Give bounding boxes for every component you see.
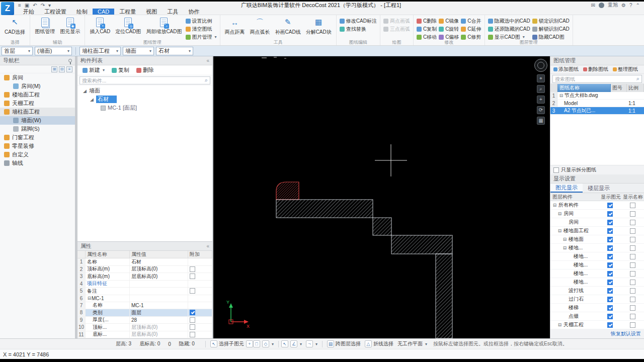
display-row[interactable]: 楼梯	[550, 304, 644, 312]
property-row-selected[interactable]: 8类别面层	[77, 309, 212, 317]
locate-cad-button[interactable]: ◎ 定位CAD图	[114, 16, 142, 39]
three-point-arc-button[interactable]: 三点画弧	[383, 26, 410, 32]
tree-node-mc1[interactable]: MC-1 [面层]	[77, 104, 212, 112]
type-dropdown[interactable]: 墙面▾	[123, 47, 154, 55]
display-row[interactable]: ⊟天棚工程	[550, 321, 644, 329]
property-row[interactable]: 4项目特征	[77, 281, 212, 288]
collapse-group-icon[interactable]: ⊟	[557, 211, 562, 216]
show-name-checkbox[interactable]	[630, 280, 635, 285]
show-element-checkbox[interactable]	[607, 220, 613, 225]
pan-icon[interactable]: +	[537, 96, 545, 104]
tree-expander-icon[interactable]: ◢	[83, 88, 87, 94]
show-name-checkbox[interactable]	[630, 237, 635, 242]
collapse-group-icon[interactable]: ⊟	[557, 322, 562, 327]
osnap-toggle-button[interactable]: ◇▾	[260, 340, 276, 348]
property-row[interactable]: 5备注	[77, 288, 212, 295]
nav-item-door-window-works[interactable]: 门窗工程	[0, 133, 75, 142]
new-component-button[interactable]: 新建 ▾	[79, 66, 108, 74]
tab-tools[interactable]: 工具	[162, 9, 183, 15]
show-name-checkbox[interactable]	[630, 271, 635, 277]
floor-dropdown[interactable]: 首层▾	[2, 47, 33, 55]
redraw-cad-line-button[interactable]: ✎ 补画CAD线	[274, 16, 302, 39]
display-row[interactable]: 楼地...	[550, 252, 644, 261]
lock-recognized-cad-button[interactable]: 锁定识别CAD	[532, 18, 570, 24]
show-element-checkbox[interactable]	[607, 322, 613, 328]
sheet-row[interactable]: 2 Model 1:1	[550, 100, 644, 107]
save-icon[interactable]: ▣	[25, 3, 29, 8]
nav-item-misc-decoration[interactable]: 零星装修	[0, 142, 75, 150]
collapse-group-icon[interactable]: ⊟	[87, 296, 92, 301]
message-icon[interactable]: ✉	[591, 3, 595, 8]
workplane-dropdown[interactable]: 无工作平面 ▾	[395, 340, 429, 348]
nav-item-floor-works[interactable]: 楼地面工程	[0, 90, 75, 99]
zoom-extents-icon[interactable]: ⌖	[537, 74, 545, 82]
collapse-group-icon[interactable]: ⊟	[562, 245, 567, 250]
display-row[interactable]: ⊟楼地...	[550, 244, 644, 252]
tree-node-stone[interactable]: ◢ 石材	[77, 95, 212, 104]
find-replace-button[interactable]: 查找替换	[340, 26, 377, 32]
attach-checkbox[interactable]	[190, 317, 195, 323]
split-sheet-filter[interactable]: 只显示拆分图纸	[550, 165, 644, 174]
property-row[interactable]: 1名称石材	[77, 258, 212, 266]
display-row[interactable]: 过门石	[550, 295, 644, 304]
tab-collaborate[interactable]: 协作	[183, 9, 204, 15]
nav-item-room[interactable]: 房间(M)	[0, 82, 75, 90]
sheet-row-selected[interactable]: 3 A2 节点b(已... 1:1	[550, 107, 644, 115]
show-element-checkbox[interactable]	[607, 314, 613, 319]
help-icon[interactable]: ?	[629, 3, 632, 8]
nav-item-custom[interactable]: 自定义	[0, 150, 75, 159]
tab-floor-display[interactable]: 楼层显示	[583, 184, 615, 193]
app-logo[interactable]: Z	[1, 2, 14, 15]
tab-start[interactable]: 开始	[18, 9, 39, 15]
collapse-all-icon[interactable]: ⊟	[59, 66, 65, 72]
tree-expander-icon[interactable]: ◢	[90, 97, 94, 102]
show-element-checkbox[interactable]	[607, 228, 613, 234]
hide-selected-cad-button[interactable]: 隐藏选中的CAD	[488, 18, 530, 24]
display-row[interactable]: ⊟楼地面	[550, 235, 644, 244]
show-element-checkbox[interactable]	[607, 211, 613, 217]
show-name-checkbox[interactable]	[630, 220, 635, 225]
unlock-recognized-cad-button[interactable]: 解锁识别CAD	[532, 26, 570, 32]
property-row[interactable]: 2顶标高(m)层顶标高(0)	[77, 266, 212, 274]
show-element-checkbox[interactable]	[607, 237, 613, 242]
show-name-checkbox[interactable]	[630, 288, 635, 294]
collapse-group-icon[interactable]: ⊟	[562, 237, 567, 242]
property-row[interactable]: 9厚度(...28	[77, 317, 212, 324]
copy-component-button[interactable]: 复制	[109, 66, 132, 74]
nav-item-wall-surface[interactable]: 墙面(W)	[0, 116, 75, 125]
display-row[interactable]: 楼地...	[550, 278, 644, 287]
snap-toggle-icon[interactable]: +	[246, 340, 253, 347]
show-name-checkbox[interactable]	[630, 228, 635, 234]
property-row[interactable]: 3底标高(m)层底标高(0)	[77, 273, 212, 281]
pin-icon[interactable]	[68, 59, 72, 62]
show-element-checkbox[interactable]	[607, 254, 613, 259]
two-point-arc-length-button[interactable]: ⌒ 两点弧长	[249, 16, 272, 39]
collapse-group-icon[interactable]: ⊟	[552, 203, 557, 208]
nav-item-wall-column-works[interactable]: 墙柱面工程	[0, 108, 75, 116]
attach-checkbox[interactable]	[190, 288, 195, 294]
settings-gear-icon[interactable]: ⚙	[621, 3, 626, 8]
show-element-checkbox[interactable]	[607, 271, 613, 277]
attach-checkbox[interactable]	[190, 310, 195, 315]
cad-canvas[interactable]: Y X ⌖ ⌕ + ⟳ ▦	[213, 56, 550, 338]
grid-toggle-icon[interactable]: □	[253, 340, 260, 347]
tab-project-settings[interactable]: 工程设置	[39, 9, 71, 15]
c-extend-button[interactable]: C延伸	[461, 26, 481, 32]
zoom-window-icon[interactable]: ⌕	[537, 85, 545, 93]
tab-quantity[interactable]: 工程量	[114, 9, 141, 15]
add-sheet-button[interactable]: 添加图纸	[553, 66, 579, 73]
property-row[interactable]: 7名称MC-1	[77, 302, 212, 310]
show-name-checkbox[interactable]	[630, 245, 635, 251]
restore-defaults-button[interactable]: 恢复默认设置	[611, 330, 641, 337]
select-subelement-button[interactable]: ↖ 选择子图元	[208, 340, 246, 348]
expand-all-icon[interactable]: ⊞	[51, 66, 57, 72]
sheet-search-input[interactable]	[552, 75, 642, 83]
tab-view[interactable]: 视图	[141, 9, 162, 15]
view-compass-icon[interactable]	[534, 59, 547, 72]
category-dropdown[interactable]: 墙柱面工程▾	[79, 47, 121, 55]
user-avatar[interactable]	[599, 3, 604, 8]
list-view-icon[interactable]: ≡	[66, 66, 72, 72]
collapse-panel-icon[interactable]: «	[206, 58, 209, 63]
display-row[interactable]: ⊟楼地面工程	[550, 227, 644, 235]
show-name-checkbox[interactable]	[630, 262, 635, 268]
